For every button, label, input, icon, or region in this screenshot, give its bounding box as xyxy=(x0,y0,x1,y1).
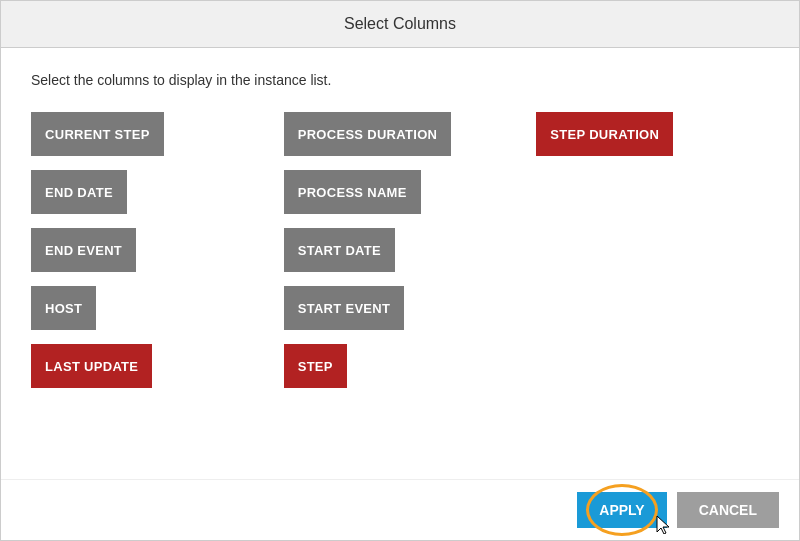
col1-group: CURRENT STEP END DATE END EVENT HOST LAS… xyxy=(31,112,264,463)
step-button[interactable]: STEP xyxy=(284,344,347,388)
host-button[interactable]: HOST xyxy=(31,286,96,330)
dialog-header: Select Columns xyxy=(1,1,799,48)
col2-group: PROCESS DURATION PROCESS NAME START DATE… xyxy=(284,112,517,463)
process-name-button[interactable]: PROCESS NAME xyxy=(284,170,421,214)
cancel-button[interactable]: CANCEL xyxy=(677,492,779,528)
dialog-body: Select the columns to display in the ins… xyxy=(1,48,799,479)
apply-button[interactable]: APPLY xyxy=(577,492,666,528)
col3-group: STEP DURATION xyxy=(536,112,769,463)
columns-grid: CURRENT STEP END DATE END EVENT HOST LAS… xyxy=(31,112,769,463)
start-event-button[interactable]: START EVENT xyxy=(284,286,405,330)
end-date-button[interactable]: END DATE xyxy=(31,170,127,214)
start-date-button[interactable]: START DATE xyxy=(284,228,395,272)
end-event-button[interactable]: END EVENT xyxy=(31,228,136,272)
current-step-button[interactable]: CURRENT STEP xyxy=(31,112,164,156)
apply-wrapper: APPLY xyxy=(577,492,666,528)
dialog-description: Select the columns to display in the ins… xyxy=(31,72,769,88)
step-duration-button[interactable]: STEP DURATION xyxy=(536,112,673,156)
select-columns-dialog: Select Columns Select the columns to dis… xyxy=(0,0,800,541)
dialog-footer: APPLY CANCEL xyxy=(1,479,799,540)
process-duration-button[interactable]: PROCESS DURATION xyxy=(284,112,452,156)
dialog-title: Select Columns xyxy=(21,15,779,33)
last-update-button[interactable]: LAST UPDATE xyxy=(31,344,152,388)
